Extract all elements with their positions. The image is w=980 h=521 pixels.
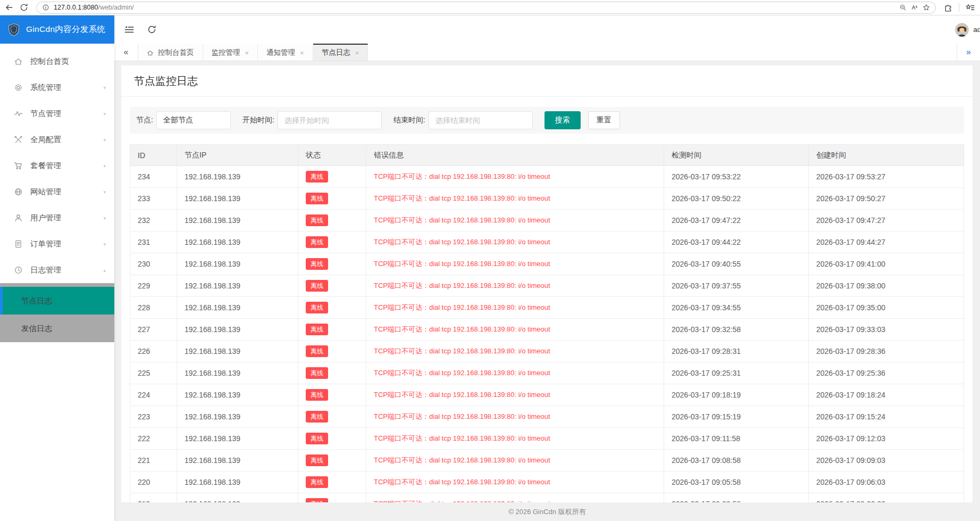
extensions-icon[interactable] xyxy=(943,3,952,12)
browser-actions xyxy=(943,3,975,12)
caret-icon: ▾ xyxy=(103,216,106,221)
status-badge: 离线 xyxy=(306,433,328,444)
sidebar: GinCdn内容分发系统 控制台首页 系统管理 ▾ 节点管理 ▾ 全局配置 ▾ … xyxy=(0,15,114,521)
home-icon xyxy=(147,49,154,56)
user-menu[interactable]: admin xyxy=(955,15,980,44)
status-badge: 离线 xyxy=(306,498,328,502)
table-header-row: ID节点IP状态错误信息检测时间创建时间 xyxy=(130,145,964,166)
tab-node-logs[interactable]: 节点日志 × xyxy=(313,44,368,61)
end-time-input[interactable] xyxy=(429,111,533,129)
document-icon xyxy=(14,239,23,249)
table-row: 228 192.168.198.139 离线 TCP端口不可达：dial tcp… xyxy=(130,297,964,319)
table-row: 232 192.168.198.139 离线 TCP端口不可达：dial tcp… xyxy=(130,210,964,231)
node-select[interactable]: 全部节点 xyxy=(156,111,231,129)
start-time-input[interactable] xyxy=(278,111,382,129)
sidebar-subitem-node-logs[interactable]: 节点日志 xyxy=(0,287,114,315)
url-text[interactable]: 127.0.0.1:8080/web/admin/ xyxy=(54,4,895,11)
browser-reload-icon[interactable] xyxy=(19,3,29,12)
table-row: 219 192.168.198.139 离线 TCP端口不可达：dial tcp… xyxy=(130,493,964,503)
reset-button[interactable]: 重置 xyxy=(588,111,620,129)
search-button[interactable]: 搜索 xyxy=(545,111,581,129)
url-path: /web/admin/ xyxy=(98,4,133,11)
status-badge: 离线 xyxy=(306,324,328,335)
collapse-menu-icon[interactable] xyxy=(124,24,134,35)
brand-header: GinCdn内容分发系统 xyxy=(0,15,114,44)
user-icon xyxy=(14,213,23,222)
tabs-scroll-right[interactable]: » xyxy=(957,44,980,61)
sidebar-item-users[interactable]: 用户管理 ▾ xyxy=(0,205,114,231)
status-badge: 离线 xyxy=(306,476,328,488)
username: admin xyxy=(973,26,980,34)
status-badge: 离线 xyxy=(306,345,328,357)
brand-shield-logo xyxy=(7,23,21,37)
page-footer: © 2026 GinCdn 版权所有 xyxy=(114,502,980,521)
favorites-bar-icon[interactable] xyxy=(966,3,975,12)
status-badge: 离线 xyxy=(306,302,328,313)
table-row: 224 192.168.198.139 离线 TCP端口不可达：dial tcp… xyxy=(130,384,964,406)
status-badge: 离线 xyxy=(306,193,328,204)
tab-close-icon[interactable]: × xyxy=(245,49,249,57)
node-filter-label: 节点: xyxy=(136,115,153,125)
table-row: 222 192.168.198.139 离线 TCP端口不可达：dial tcp… xyxy=(130,428,964,450)
table-row: 226 192.168.198.139 离线 TCP端口不可达：dial tcp… xyxy=(130,341,964,362)
caret-icon: ▾ xyxy=(103,163,106,169)
sidebar-item-logs[interactable]: 日志管理 ▴ xyxy=(0,257,114,283)
tab-monitor[interactable]: 监控管理 × xyxy=(203,44,258,61)
refresh-page-icon[interactable] xyxy=(147,24,157,35)
table-row: 227 192.168.198.139 离线 TCP端口不可达：dial tcp… xyxy=(130,319,964,341)
tab-close-icon[interactable]: × xyxy=(355,49,359,57)
status-badge: 离线 xyxy=(306,171,328,183)
address-bar[interactable]: 127.0.0.1:8080/web/admin/ xyxy=(36,2,936,14)
home-icon xyxy=(14,57,23,66)
read-aloud-icon[interactable] xyxy=(911,4,918,11)
sidebar-item-plans[interactable]: 套餐管理 ▾ xyxy=(0,153,114,179)
log-table: ID节点IP状态错误信息检测时间创建时间 234 192.168.198.139… xyxy=(130,144,964,502)
column-header: 检测时间 xyxy=(664,145,809,166)
content-area: 节点监控日志 节点: 全部节点 开始时间: 结束时间: 搜索 重置 xyxy=(114,61,980,502)
copyright-text: © 2026 GinCdn 版权所有 xyxy=(508,507,585,517)
status-badge: 离线 xyxy=(306,280,328,292)
tab-close-icon[interactable]: × xyxy=(300,49,304,57)
pulse-icon xyxy=(14,109,23,118)
cart-icon xyxy=(14,161,23,170)
tab-notify[interactable]: 通知管理 × xyxy=(258,44,313,61)
tools-icon xyxy=(14,135,23,144)
page-title: 节点监控日志 xyxy=(134,74,960,88)
filter-bar: 节点: 全部节点 开始时间: 结束时间: 搜索 重置 xyxy=(130,107,964,134)
tabs-scroll-left[interactable]: « xyxy=(114,44,138,61)
start-time-label: 开始时间: xyxy=(242,115,274,125)
column-header: 创建时间 xyxy=(809,145,964,166)
table-row: 221 192.168.198.139 离线 TCP端口不可达：dial tcp… xyxy=(130,450,964,472)
toolbar-divider xyxy=(959,3,959,12)
page-card: 节点监控日志 节点: 全部节点 开始时间: 结束时间: 搜索 重置 xyxy=(121,65,973,502)
brand-title: GinCdn内容分发系统 xyxy=(26,24,105,35)
caret-icon: ▾ xyxy=(103,111,106,117)
sidebar-subitem-mail-logs[interactable]: 发信日志 xyxy=(0,315,114,342)
sidebar-menu: 控制台首页 系统管理 ▾ 节点管理 ▾ 全局配置 ▾ 套餐管理 ▾ 网站管理 ▾… xyxy=(0,44,114,283)
sidebar-item-system[interactable]: 系统管理 ▾ xyxy=(0,75,114,101)
tab-bar: « 控制台首页 监控管理 × 通知管理 × 节点日志 × » xyxy=(114,44,980,61)
sidebar-item-nodes[interactable]: 节点管理 ▾ xyxy=(0,101,114,127)
tab-dashboard[interactable]: 控制台首页 xyxy=(138,44,203,61)
site-info-icon[interactable] xyxy=(42,4,49,11)
sidebar-item-dashboard[interactable]: 控制台首页 xyxy=(0,48,114,75)
browser-back-icon[interactable] xyxy=(4,3,14,12)
favorite-star-icon[interactable] xyxy=(923,4,930,11)
page-header: 节点监控日志 xyxy=(121,65,973,97)
caret-icon: ▴ xyxy=(103,268,106,273)
zoom-out-icon[interactable] xyxy=(899,4,907,11)
sidebar-item-global-config[interactable]: 全局配置 ▾ xyxy=(0,127,114,153)
browser-toolbar: 127.0.0.1:8080/web/admin/ xyxy=(0,0,980,15)
sidebar-item-orders[interactable]: 订单管理 ▾ xyxy=(0,231,114,257)
column-header: 节点IP xyxy=(177,145,298,166)
url-host: 127.0.0.1:8080 xyxy=(54,4,98,11)
node-select-value: 全部节点 xyxy=(163,115,193,125)
caret-icon: ▾ xyxy=(103,242,106,247)
table-row: 234 192.168.198.139 离线 TCP端口不可达：dial tcp… xyxy=(130,166,964,188)
table-row: 233 192.168.198.139 离线 TCP端口不可达：dial tcp… xyxy=(130,188,964,210)
table-row: 220 192.168.198.139 离线 TCP端口不可达：dial tcp… xyxy=(130,472,964,493)
sidebar-item-websites[interactable]: 网站管理 ▾ xyxy=(0,179,114,205)
globe-icon xyxy=(14,187,23,196)
status-badge: 离线 xyxy=(306,454,328,466)
table-row: 223 192.168.198.139 离线 TCP端口不可达：dial tcp… xyxy=(130,406,964,428)
